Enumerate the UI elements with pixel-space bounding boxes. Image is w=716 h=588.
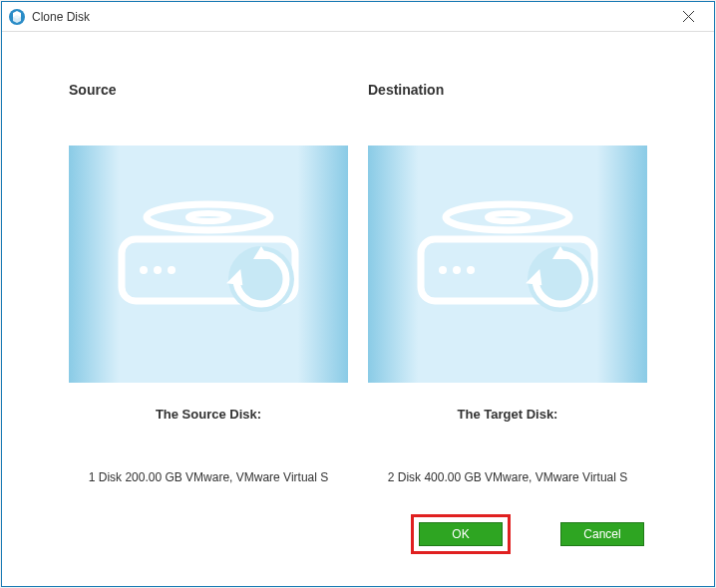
dialog-content: Source The Source Disk xyxy=(2,32,714,586)
ok-highlight: OK xyxy=(411,514,511,554)
dialog-footer: OK Cancel xyxy=(62,514,654,566)
ok-button[interactable]: OK xyxy=(419,522,503,546)
destination-header: Destination xyxy=(368,82,444,98)
window-title: Clone Disk xyxy=(32,10,668,24)
svg-point-6 xyxy=(140,266,148,274)
svg-point-4 xyxy=(188,213,228,221)
source-panel: Source The Source Disk xyxy=(69,82,348,486)
svg-point-15 xyxy=(439,266,447,274)
app-icon xyxy=(8,8,26,26)
source-subheader: The Source Disk: xyxy=(156,407,261,422)
disk-clone-icon xyxy=(413,199,602,329)
destination-disk-description: 2 Disk 400.00 GB VMware, VMware Virtual … xyxy=(368,469,647,486)
close-button[interactable] xyxy=(668,3,708,31)
source-disk-description: 1 Disk 200.00 GB VMware, VMware Virtual … xyxy=(69,469,348,486)
disk-clone-icon xyxy=(114,199,303,329)
source-header: Source xyxy=(69,82,116,98)
source-disk-visual xyxy=(69,146,348,383)
svg-point-8 xyxy=(168,266,176,274)
disk-panels: Source The Source Disk xyxy=(62,82,654,486)
titlebar: Clone Disk xyxy=(2,2,714,32)
destination-panel: Destination The Target xyxy=(368,82,647,486)
svg-point-12 xyxy=(446,204,569,230)
cancel-button[interactable]: Cancel xyxy=(560,522,644,546)
destination-subheader: The Target Disk: xyxy=(458,407,558,422)
clone-disk-dialog: Clone Disk Source xyxy=(1,1,715,587)
svg-point-17 xyxy=(467,266,475,274)
svg-point-13 xyxy=(488,213,528,221)
svg-point-3 xyxy=(147,204,270,230)
svg-point-7 xyxy=(154,266,162,274)
svg-point-16 xyxy=(453,266,461,274)
destination-disk-visual xyxy=(368,146,647,383)
close-icon xyxy=(683,11,694,22)
